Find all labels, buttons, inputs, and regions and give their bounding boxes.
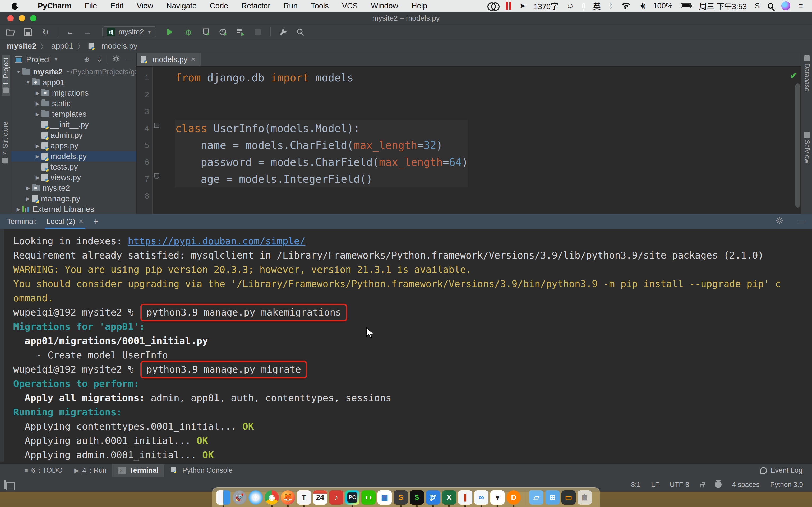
fold-marker-end[interactable]: −: [154, 173, 159, 178]
dock-douyu[interactable]: D: [506, 490, 521, 505]
dock-firefox[interactable]: 🦊: [281, 490, 295, 505]
breadcrumb-app[interactable]: app01: [51, 42, 73, 50]
close-tab-icon[interactable]: ✕: [191, 56, 196, 63]
menu-edit[interactable]: Edit: [104, 2, 130, 10]
file-encoding[interactable]: UTF-8: [670, 481, 689, 489]
wifi-icon[interactable]: [621, 3, 629, 9]
code-editor[interactable]: from django.db import modelsclass UserIn…: [153, 66, 801, 214]
breadcrumb-project[interactable]: mysite2: [7, 42, 37, 50]
tree-item--init-py[interactable]: __init__.py: [11, 119, 136, 130]
menu-code[interactable]: Code: [203, 2, 235, 10]
tree-arrow-icon[interactable]: ▶: [34, 111, 42, 117]
run-with-coverage-button[interactable]: [201, 27, 211, 37]
debug-button[interactable]: [183, 27, 194, 37]
search-icon[interactable]: [295, 27, 306, 37]
tree-item-templates[interactable]: ▶templates: [11, 109, 136, 119]
input-method-icon[interactable]: 英: [593, 0, 601, 11]
caret-position[interactable]: 8:1: [631, 481, 641, 489]
menu-help[interactable]: Help: [405, 2, 434, 10]
line-ending[interactable]: LF: [651, 481, 659, 489]
dock-pycharm[interactable]: PC: [345, 490, 359, 505]
chevron-down-icon[interactable]: ▼: [54, 57, 58, 62]
tree-arrow-icon[interactable]: ▶: [34, 154, 42, 160]
dock-folder-documents[interactable]: ▱: [529, 490, 544, 505]
bird-app-icon[interactable]: ➤: [519, 1, 525, 10]
mic-icon[interactable]: [582, 3, 585, 8]
dock-excel[interactable]: X: [442, 490, 456, 505]
run-button[interactable]: [166, 27, 176, 37]
profiler-button[interactable]: [218, 27, 229, 37]
tool-stripe-structure[interactable]: 7: Structure: [2, 121, 9, 163]
tree-arrow-icon[interactable]: ▶: [34, 101, 42, 107]
dock-calendar[interactable]: 24: [313, 490, 327, 505]
run-configuration-select[interactable]: dj mysite2 ▼: [102, 26, 156, 38]
back-icon[interactable]: ←: [65, 27, 75, 37]
concurrency-diagram-button[interactable]: [236, 27, 246, 37]
terminal-link[interactable]: https://pypi.douban.com/simple/: [128, 235, 305, 246]
toolwindow-run[interactable]: ▶4: Run: [68, 464, 112, 477]
menu-navigate[interactable]: Navigate: [160, 2, 203, 10]
dock-keynote[interactable]: ▤: [377, 490, 392, 505]
tree-item-models-py[interactable]: ▶models.py: [11, 151, 136, 162]
wrench-icon[interactable]: [277, 27, 288, 37]
gear-icon[interactable]: [111, 55, 120, 64]
fold-marker-class[interactable]: −: [154, 122, 159, 128]
terminal-settings-gear-icon[interactable]: [775, 217, 784, 226]
menu-tools[interactable]: Tools: [304, 2, 336, 10]
collapse-all-icon[interactable]: ⇳: [95, 55, 104, 64]
stop-button[interactable]: [253, 27, 263, 37]
tree-item-apps-py[interactable]: ▶apps.py: [11, 140, 136, 151]
tree-arrow-icon[interactable]: ▶: [34, 143, 42, 149]
rings-icon[interactable]: [488, 2, 498, 9]
menu-view[interactable]: View: [130, 2, 160, 10]
dock-launchpad[interactable]: 🚀: [232, 490, 247, 505]
event-log-button[interactable]: Event Log: [760, 466, 812, 474]
dock-wechat[interactable]: ◖◗: [361, 490, 375, 505]
menu-run[interactable]: Run: [277, 2, 304, 10]
tree-arrow-icon[interactable]: ▶: [24, 196, 32, 202]
indent-setting[interactable]: 4 spaces: [732, 481, 760, 489]
toolwindow-todo[interactable]: ≡6: TODO: [18, 464, 68, 477]
editor-scrollbar[interactable]: [795, 83, 800, 208]
dock-typora[interactable]: T: [297, 490, 311, 505]
tree-item-static[interactable]: ▶static: [11, 98, 136, 109]
clock[interactable]: 周三 下午3:53: [699, 0, 747, 11]
menu-list-icon[interactable]: ≡: [798, 1, 803, 10]
tool-stripe-sciview[interactable]: SciView: [803, 132, 811, 163]
paused-sync-icon[interactable]: [506, 2, 511, 10]
tree-item-mysite2[interactable]: ▼mysite2~/PycharmProjects/gx: [11, 66, 136, 77]
tree-item-tests-py[interactable]: tests.py: [11, 162, 136, 172]
dock-trash[interactable]: 🗑: [577, 490, 592, 505]
dock-sublime-text[interactable]: S: [394, 490, 408, 505]
menu-pycharm[interactable]: PyCharm: [31, 2, 78, 10]
dock-terminal-app[interactable]: $: [410, 490, 424, 505]
battery-icon[interactable]: [680, 3, 691, 8]
tree-item-external-libraries[interactable]: ▶External Libraries: [11, 204, 136, 214]
window-stack-icon[interactable]: [0, 481, 6, 489]
terminal-tab-local[interactable]: Local (2) ✕: [45, 214, 85, 229]
open-icon[interactable]: [5, 27, 16, 37]
tree-arrow-icon[interactable]: ▶: [34, 90, 42, 96]
volume-icon[interactable]: )): [638, 2, 645, 9]
new-terminal-session-button[interactable]: +: [93, 216, 99, 227]
dock-parallels[interactable]: ∥: [458, 490, 472, 505]
tree-arrow-icon[interactable]: ▼: [14, 69, 22, 75]
apple-logo-icon[interactable]: [11, 2, 19, 10]
hide-panel-icon[interactable]: —: [124, 55, 133, 64]
dock-minimized-window[interactable]: ▭: [561, 490, 576, 505]
tree-item-admin-py[interactable]: admin.py: [11, 130, 136, 140]
tree-item-migrations[interactable]: ▶migrations: [11, 88, 136, 98]
dock-safari[interactable]: ✦: [248, 490, 263, 505]
dock-folder-windows[interactable]: ⊞: [545, 490, 560, 505]
hector-inspector-icon[interactable]: [715, 481, 722, 488]
sync-icon[interactable]: ↻: [40, 27, 51, 37]
spotlight-icon[interactable]: [768, 3, 773, 9]
bluetooth-icon[interactable]: ᛒ: [609, 2, 613, 10]
word-count-status[interactable]: 1370字: [534, 0, 559, 11]
dock-netease-music[interactable]: ♪: [329, 490, 343, 505]
menu-vcs[interactable]: VCS: [336, 2, 364, 10]
inspections-ok-icon[interactable]: ✔: [790, 70, 798, 81]
unlock-icon[interactable]: [700, 484, 704, 488]
terminal-output[interactable]: Looking in indexes: https://pypi.douban.…: [0, 229, 812, 462]
close-tab-icon[interactable]: ✕: [79, 218, 84, 225]
